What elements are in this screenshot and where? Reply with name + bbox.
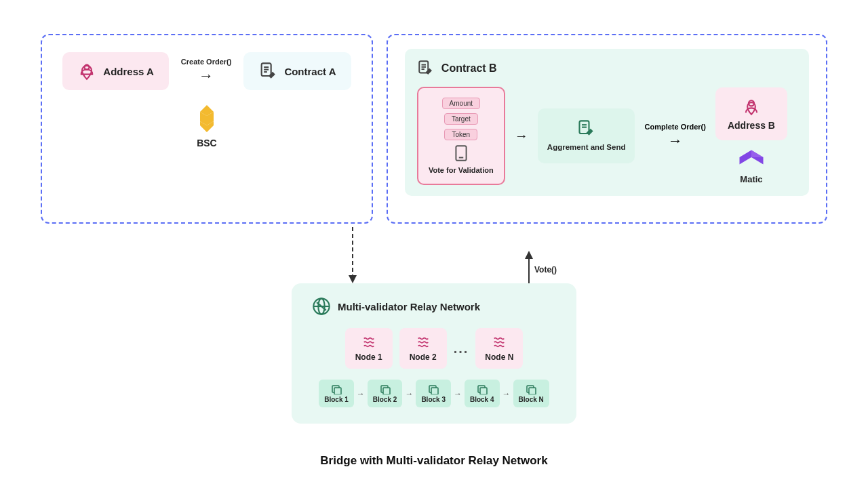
block-n-icon (526, 384, 536, 394)
svg-text:Vote(): Vote() (534, 265, 557, 274)
svg-marker-1 (349, 275, 357, 283)
block-2-icon (380, 384, 391, 394)
top-section: Address A Create Order() → (41, 34, 827, 224)
block-1-label: Block 1 (324, 396, 349, 403)
aggrement-card: Aggrement and Send (538, 108, 635, 163)
main-title: Bridge with Multi-validator Relay Networ… (320, 454, 547, 468)
blocks-row: Block 1 → Block 2 → Block 3 → (312, 380, 556, 407)
node-1-label: Node 1 (355, 352, 382, 362)
create-order-arrow: Create Order() → (181, 58, 232, 85)
node-1-card: Node 1 (345, 328, 393, 369)
svg-rect-35 (431, 388, 438, 394)
contract-b-title: Contract B (441, 62, 497, 75)
complete-order-label: Complete Order() (644, 123, 705, 131)
block-4: Block 4 (465, 380, 500, 407)
contract-a-label: Contract A (284, 66, 336, 77)
block-2-label: Block 2 (373, 396, 397, 403)
block-arrow-3: → (454, 389, 462, 399)
svg-rect-19 (456, 146, 466, 161)
complete-order-section: Complete Order() → (644, 123, 705, 150)
address-b-card: Address B (715, 87, 787, 140)
address-a-card: Address A (62, 52, 168, 90)
block-2: Block 2 (368, 380, 403, 407)
block-4-icon (477, 384, 488, 394)
contract-a-icon (258, 62, 277, 81)
block-arrow-2: → (405, 389, 413, 399)
bsc-section: BSC (191, 102, 223, 148)
left-dashed-box: Address A Create Order() → (41, 34, 373, 224)
right-dashed-box: Contract B Amount Target Token Vote for … (387, 34, 827, 224)
node-n-card: Node N (475, 328, 523, 369)
person-pin-icon (77, 62, 96, 81)
vote-label: Vote for Validation (429, 166, 494, 174)
person-b-icon (742, 97, 761, 116)
target-tag: Target (444, 113, 478, 125)
block-3: Block 3 (416, 380, 451, 407)
matic-logo (737, 147, 766, 167)
nodes-row: Node 1 Node 2 ... Node N (312, 328, 556, 369)
address-a-label: Address A (103, 66, 153, 77)
amount-tag: Amount (442, 98, 480, 109)
phone-icon (452, 144, 470, 162)
block-n-label: Block N (519, 396, 544, 403)
block-3-icon (428, 384, 439, 394)
diagram-container: Vote() Address A Create Order() (27, 14, 841, 474)
svg-marker-26 (751, 150, 764, 158)
relay-header: Multi-validator Relay Network (312, 297, 556, 316)
block-1-icon (331, 384, 342, 394)
node-2-card: Node 2 (399, 328, 447, 369)
address-b-section: Address B Matic (715, 87, 787, 184)
contract-b-header: Contract B (417, 60, 797, 77)
contract-b-icon (417, 60, 435, 77)
svg-rect-31 (334, 388, 341, 394)
bsc-icon (191, 102, 223, 135)
create-order-label: Create Order() (181, 58, 232, 66)
block-3-label: Block 3 (421, 396, 446, 403)
node-2-label: Node 2 (410, 352, 437, 362)
block-4-label: Block 4 (470, 396, 494, 403)
token-tag: Token (444, 129, 477, 140)
block-arrow-1: → (357, 389, 365, 399)
matic-label: Matic (740, 174, 762, 184)
node-2-icon (416, 335, 431, 350)
node-n-label: Node N (485, 352, 513, 362)
svg-rect-37 (480, 388, 487, 394)
left-row: Address A Create Order() → (62, 52, 351, 90)
aggrement-label: Aggrement and Send (547, 142, 626, 152)
aggrement-icon (577, 119, 596, 138)
address-b-label: Address B (728, 120, 775, 131)
svg-rect-33 (383, 388, 390, 394)
contract-a-card: Contract A (243, 52, 351, 90)
right-inner-row: Amount Target Token Vote for Validation … (417, 87, 797, 185)
relay-network-box: Multi-validator Relay Network Node 1 Nod… (292, 283, 576, 424)
vote-validation-box: Amount Target Token Vote for Validation (417, 87, 505, 185)
network-icon (312, 297, 331, 316)
node-1-icon (361, 335, 376, 350)
node-n-icon (492, 335, 507, 350)
dots-label: ... (454, 341, 469, 357)
bsc-label: BSC (197, 138, 217, 148)
block-arrow-4: → (502, 389, 511, 399)
block-1: Block 1 (319, 380, 354, 407)
contract-b-section: Contract B Amount Target Token Vote for … (405, 49, 809, 196)
svg-rect-39 (529, 388, 536, 394)
block-n: Block N (513, 380, 549, 407)
vote-to-aggr-arrow: → (515, 128, 528, 144)
svg-marker-3 (525, 251, 533, 259)
relay-title: Multi-validator Relay Network (338, 301, 480, 312)
